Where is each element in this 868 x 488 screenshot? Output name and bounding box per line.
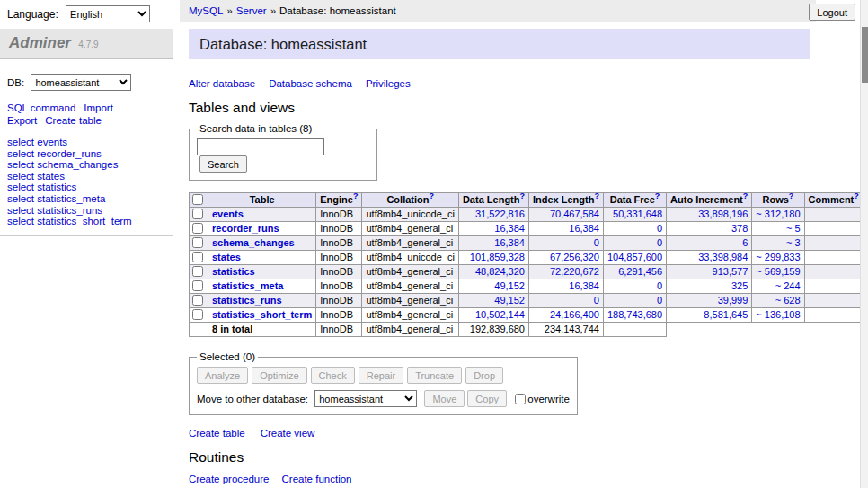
table-name-link[interactable]: states: [212, 252, 241, 262]
data-length-link[interactable]: 10,502,144: [475, 309, 525, 320]
sidebar-select-link[interactable]: select recorder_runs: [7, 148, 173, 160]
auto-increment-link[interactable]: 913,577: [713, 266, 748, 277]
data-free-link[interactable]: 0: [657, 237, 662, 248]
table-name-link[interactable]: events: [212, 209, 244, 219]
table-name-link[interactable]: schema_changes: [212, 237, 295, 248]
select-all-checkbox[interactable]: [192, 194, 203, 205]
auto-increment-link[interactable]: 6: [742, 237, 748, 248]
db-select[interactable]: homeassistant: [31, 74, 131, 91]
move-button[interactable]: Move: [424, 390, 465, 407]
analyze-button[interactable]: Analyze: [197, 367, 248, 384]
rows-count-link[interactable]: ~ 3: [786, 237, 801, 248]
db-action-link[interactable]: Database schema: [269, 78, 352, 89]
table-name-link[interactable]: statistics_short_term: [212, 309, 312, 320]
create-link[interactable]: Create view: [261, 428, 315, 439]
rows-count-link[interactable]: ~ 5: [786, 223, 801, 234]
sidebar-action-link[interactable]: Create table: [45, 114, 102, 127]
db-action-link[interactable]: Alter database: [189, 78, 255, 89]
data-length-link[interactable]: 48,824,320: [475, 266, 525, 277]
rows-count-link[interactable]: ~ 136,108: [756, 309, 800, 320]
optimize-button[interactable]: Optimize: [252, 367, 306, 384]
auto-increment-link[interactable]: 8,581,645: [704, 309, 748, 320]
truncate-button[interactable]: Truncate: [407, 367, 462, 384]
logout-button[interactable]: Logout: [809, 4, 855, 21]
search-button[interactable]: Search: [199, 155, 247, 173]
auto-increment-link[interactable]: 378: [731, 223, 748, 234]
help-link[interactable]: ?: [655, 191, 660, 200]
auto-increment-link[interactable]: 33,898,196: [698, 209, 748, 219]
help-link[interactable]: ?: [789, 191, 794, 200]
check-button[interactable]: Check: [311, 367, 355, 384]
row-checkbox[interactable]: [192, 237, 203, 248]
help-link[interactable]: ?: [519, 191, 525, 200]
data-length-link[interactable]: 16,384: [494, 237, 525, 248]
copy-button[interactable]: Copy: [467, 390, 507, 407]
rows-count-link[interactable]: ~ 569,159: [756, 266, 800, 277]
data-length-link[interactable]: 101,859,328: [470, 252, 525, 262]
scrollbar[interactable]: [860, 0, 868, 488]
create-link[interactable]: Create table: [189, 428, 245, 439]
overwrite-option[interactable]: overwrite: [515, 394, 570, 404]
index-length-link[interactable]: 72,220,672: [550, 266, 599, 277]
rows-count-link[interactable]: ~ 628: [775, 295, 801, 306]
sidebar-action-link[interactable]: Import: [84, 102, 113, 114]
help-link[interactable]: ?: [594, 191, 599, 200]
index-length-link[interactable]: 16,384: [569, 223, 599, 234]
sidebar-select-link[interactable]: select statistics_meta: [7, 193, 173, 205]
repair-button[interactable]: Repair: [359, 367, 403, 384]
data-length-link[interactable]: 49,152: [494, 280, 525, 291]
data-free-link[interactable]: 6,291,456: [618, 266, 662, 277]
drop-button[interactable]: Drop: [465, 367, 503, 384]
sidebar-select-link[interactable]: select events: [7, 137, 173, 148]
data-free-link[interactable]: 0: [657, 280, 662, 291]
data-free-link[interactable]: 0: [657, 223, 662, 234]
row-checkbox[interactable]: [192, 266, 203, 277]
db-action-link[interactable]: Privileges: [366, 78, 411, 89]
table-name-link[interactable]: statistics_runs: [212, 295, 282, 306]
row-checkbox[interactable]: [192, 252, 203, 262]
adminer-logo[interactable]: Adminer: [9, 34, 71, 51]
data-free-link[interactable]: 188,743,680: [607, 309, 662, 320]
overwrite-checkbox[interactable]: [515, 394, 526, 404]
breadcrumb-link[interactable]: Server: [236, 5, 267, 16]
index-length-link[interactable]: 0: [594, 237, 599, 248]
auto-increment-link[interactable]: 325: [731, 280, 748, 291]
breadcrumb-link[interactable]: MySQL: [189, 5, 223, 16]
sidebar-select-link[interactable]: select schema_changes: [7, 159, 173, 171]
row-checkbox[interactable]: [192, 280, 203, 291]
help-link[interactable]: ?: [743, 191, 748, 200]
sidebar-select-link[interactable]: select statistics_short_term: [7, 216, 173, 227]
search-input[interactable]: [197, 138, 324, 155]
index-length-link[interactable]: 67,256,320: [550, 252, 599, 262]
index-length-link[interactable]: 70,467,584: [550, 209, 599, 219]
routine-create-link[interactable]: Create procedure: [189, 474, 270, 484]
row-checkbox[interactable]: [192, 223, 203, 234]
language-select[interactable]: English: [66, 5, 150, 22]
sidebar-action-link[interactable]: SQL command: [7, 102, 75, 114]
index-length-link[interactable]: 0: [594, 295, 599, 306]
data-length-link[interactable]: 49,152: [494, 295, 525, 306]
sidebar-select-link[interactable]: select states: [7, 171, 173, 182]
row-checkbox[interactable]: [192, 309, 203, 320]
row-checkbox[interactable]: [192, 209, 203, 219]
data-length-link[interactable]: 16,384: [494, 223, 525, 234]
rows-count-link[interactable]: ~ 312,180: [756, 209, 800, 219]
data-free-link[interactable]: 104,857,600: [607, 252, 662, 262]
help-link[interactable]: ?: [353, 191, 359, 200]
help-link[interactable]: ?: [854, 191, 859, 200]
sidebar-select-link[interactable]: select statistics_runs: [7, 205, 173, 217]
table-name-link[interactable]: recorder_runs: [212, 223, 279, 234]
rows-count-link[interactable]: ~ 299,833: [756, 252, 800, 262]
row-checkbox[interactable]: [192, 295, 203, 306]
routine-create-link[interactable]: Create function: [282, 474, 352, 484]
table-name-link[interactable]: statistics_meta: [212, 280, 284, 291]
auto-increment-link[interactable]: 33,398,984: [698, 252, 748, 262]
data-free-link[interactable]: 50,331,648: [613, 209, 662, 219]
data-free-link[interactable]: 0: [657, 295, 662, 306]
auto-increment-link[interactable]: 39,999: [718, 295, 748, 306]
data-length-link[interactable]: 31,522,816: [475, 209, 525, 219]
scrollbar-thumb[interactable]: [862, 27, 868, 83]
sidebar-select-link[interactable]: select statistics: [7, 182, 173, 193]
move-db-select[interactable]: homeassistant: [314, 390, 417, 407]
index-length-link[interactable]: 16,384: [569, 280, 599, 291]
